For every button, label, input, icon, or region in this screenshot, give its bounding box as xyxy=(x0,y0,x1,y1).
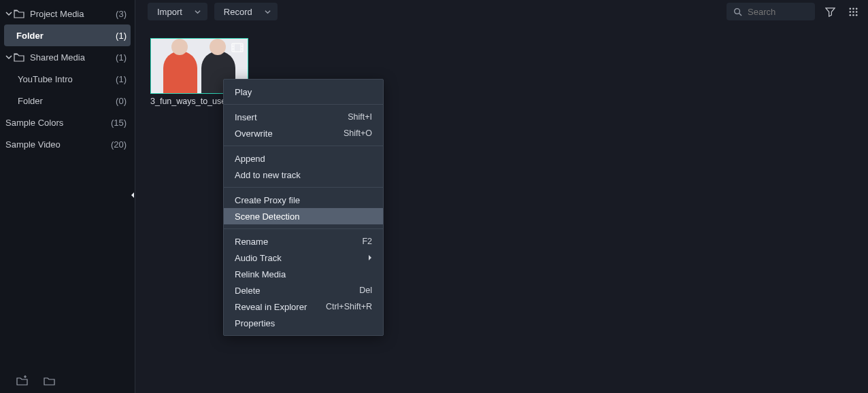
collapse-sidebar-icon[interactable] xyxy=(130,192,135,199)
sidebar-item-label: YouTube Intro xyxy=(18,74,116,84)
svg-point-4 xyxy=(849,11,851,13)
sidebar-item-count: (1) xyxy=(116,31,127,41)
chevron-down-icon xyxy=(195,9,201,15)
sidebar-item-project-media[interactable]: Project Media (3) xyxy=(0,3,135,24)
grid-view-icon[interactable] xyxy=(845,3,861,20)
sidebar-item-sample-colors[interactable]: Sample Colors (15) xyxy=(0,112,135,133)
sidebar-item-label: Shared Media xyxy=(30,52,116,63)
context-menu-item[interactable]: RenameF2 xyxy=(224,233,383,250)
context-menu-item[interactable]: Add to new track xyxy=(224,167,383,183)
sidebar-item-sample-video[interactable]: Sample Video (20) xyxy=(0,133,135,155)
sidebar-item-folder-selected[interactable]: Folder (1) xyxy=(4,24,131,46)
svg-point-9 xyxy=(855,14,857,16)
context-menu-separator xyxy=(224,104,383,105)
sidebar-item-label: Folder xyxy=(18,96,116,106)
sidebar-item-label: Project Media xyxy=(30,9,116,19)
sidebar-item-count: (15) xyxy=(111,118,127,128)
context-menu-item-label: Scene Detection xyxy=(235,211,372,222)
search-input[interactable] xyxy=(748,7,802,17)
context-menu-shortcut: Ctrl+Shift+R xyxy=(326,302,372,311)
context-menu-item-label: Properties xyxy=(235,318,372,328)
svg-point-8 xyxy=(852,14,854,16)
svg-point-7 xyxy=(849,14,851,16)
context-menu-item[interactable]: Append xyxy=(224,150,383,167)
sidebar-item-count: (1) xyxy=(116,74,127,84)
context-menu-shortcut: Shift+I xyxy=(348,112,372,122)
new-folder-plus-icon[interactable] xyxy=(16,375,29,386)
context-menu-item[interactable]: Play xyxy=(224,84,383,100)
context-menu-item[interactable]: Scene Detection xyxy=(224,208,383,224)
sidebar-item-folder[interactable]: Folder (0) xyxy=(0,90,135,112)
import-label: Import xyxy=(157,7,182,17)
folder-icon xyxy=(14,9,24,18)
record-dropdown[interactable]: Record xyxy=(214,3,278,20)
sidebar-item-count: (3) xyxy=(116,9,127,19)
context-menu-item-label: Create Proxy file xyxy=(235,195,372,205)
folder-icon[interactable] xyxy=(44,375,56,386)
context-menu-item-label: Add to new track xyxy=(235,170,372,180)
import-dropdown[interactable]: Import xyxy=(148,3,207,20)
chevron-down-icon xyxy=(4,10,14,17)
context-menu-item-label: Append xyxy=(235,154,372,164)
media-tree: Project Media (3) Folder (1) Shared Medi… xyxy=(0,0,135,367)
sidebar-item-label: Folder xyxy=(16,31,116,41)
context-menu-item-label: Audio Track xyxy=(235,253,368,263)
sidebar-item-label: Sample Video xyxy=(5,139,111,150)
chevron-right-icon xyxy=(368,254,372,261)
record-label: Record xyxy=(224,7,252,17)
svg-point-0 xyxy=(735,8,740,14)
toolbar: Import Record xyxy=(135,0,868,23)
context-menu-item[interactable]: Create Proxy file xyxy=(224,192,383,208)
chevron-down-icon xyxy=(265,9,271,15)
context-menu-separator xyxy=(224,187,383,188)
context-menu-item-label: Play xyxy=(235,87,372,97)
svg-point-6 xyxy=(855,11,857,13)
context-menu-item[interactable]: DeleteDel xyxy=(224,282,383,298)
sidebar-footer xyxy=(0,367,135,393)
context-menu-item-label: Rename xyxy=(235,237,362,247)
search-box[interactable] xyxy=(727,3,815,20)
svg-rect-10 xyxy=(232,44,243,52)
context-menu-shortcut: Del xyxy=(359,286,372,295)
context-menu-item[interactable]: OverwriteShift+O xyxy=(224,125,383,141)
folder-icon xyxy=(14,52,24,62)
context-menu-item-label: Delete xyxy=(235,286,359,296)
svg-point-3 xyxy=(855,7,857,10)
sidebar-item-count: (20) xyxy=(111,139,127,150)
svg-point-5 xyxy=(852,11,854,13)
sidebar-item-label: Sample Colors xyxy=(5,118,111,128)
chevron-down-icon xyxy=(4,54,14,61)
filter-icon[interactable] xyxy=(822,3,838,20)
sidebar-item-count: (0) xyxy=(116,96,127,106)
context-menu-shortcut: F2 xyxy=(362,237,372,246)
context-menu-item[interactable]: Reveal in ExplorerCtrl+Shift+R xyxy=(224,298,383,315)
context-menu-item[interactable]: Relink Media xyxy=(224,266,383,282)
context-menu-item-label: Insert xyxy=(235,112,348,122)
svg-point-2 xyxy=(852,7,854,10)
svg-point-1 xyxy=(849,7,851,10)
sidebar-item-count: (1) xyxy=(116,52,127,63)
video-clip-icon xyxy=(231,43,244,52)
media-sidebar: Project Media (3) Folder (1) Shared Medi… xyxy=(0,0,135,393)
sidebar-item-youtube-intro[interactable]: YouTube Intro (1) xyxy=(0,68,135,90)
search-icon xyxy=(733,7,742,16)
context-menu-item[interactable]: InsertShift+I xyxy=(224,109,383,125)
context-menu-separator xyxy=(224,228,383,229)
context-menu-separator xyxy=(224,146,383,146)
context-menu-item-label: Overwrite xyxy=(235,129,344,139)
context-menu: PlayInsertShift+IOverwriteShift+OAppendA… xyxy=(223,79,384,336)
context-menu-item[interactable]: Properties xyxy=(224,315,383,331)
context-menu-item[interactable]: Audio Track xyxy=(224,250,383,266)
sidebar-item-shared-media[interactable]: Shared Media (1) xyxy=(0,46,135,68)
context-menu-shortcut: Shift+O xyxy=(344,129,372,138)
context-menu-item-label: Reveal in Explorer xyxy=(235,302,326,312)
context-menu-item-label: Relink Media xyxy=(235,269,372,279)
